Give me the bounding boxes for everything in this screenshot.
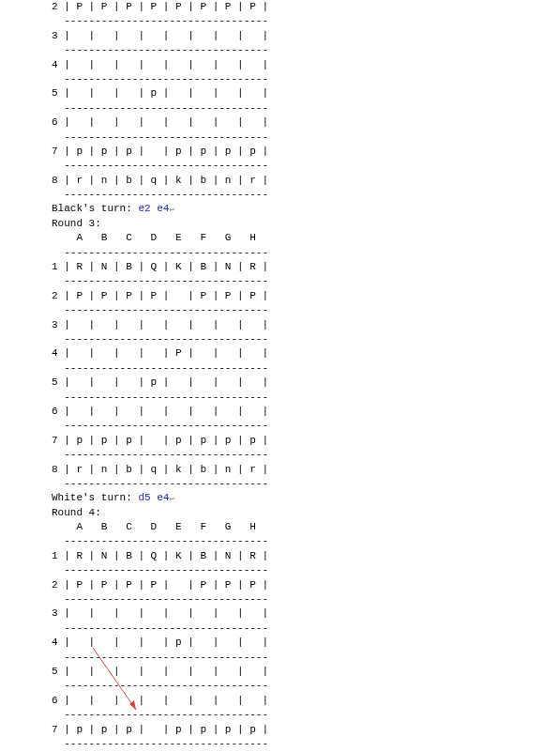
board-divider: --------------------------------- (52, 477, 522, 491)
turn-label: Black's turn: (52, 203, 138, 214)
board-divider: --------------------------------- (52, 651, 522, 665)
board-row: 8 | r | n | b | q | k | b | n | r | (52, 174, 522, 188)
board-divider: --------------------------------- (52, 419, 522, 433)
board-divider: --------------------------------- (52, 14, 522, 28)
move-notation: d5 e4 (138, 492, 169, 503)
board-divider: --------------------------------- (52, 72, 522, 86)
board-divider: --------------------------------- (52, 737, 522, 751)
board-divider: --------------------------------- (52, 708, 522, 722)
board-divider: --------------------------------- (52, 274, 522, 288)
turn-line: Black's turn: e2 e4↵ (52, 202, 522, 216)
return-symbol: ↵ (169, 205, 174, 214)
board-row: 6 | | | | | | | | | (52, 694, 522, 708)
board-divider: --------------------------------- (52, 679, 522, 693)
game-log: 2 | P | P | P | P | P | P | P | P | ----… (38, 0, 522, 752)
board-divider: --------------------------------- (52, 130, 522, 145)
board-row: 6 | | | | | | | | | (52, 115, 522, 130)
board-row: 2 | P | P | P | P | P | P | P | P | (52, 0, 522, 14)
board-row: 3 | | | | | | | | | (52, 606, 522, 621)
board-divider: --------------------------------- (52, 448, 522, 462)
move-notation: e2 e4 (138, 203, 169, 214)
board-row: 5 | | | | p | | | | | (52, 86, 522, 100)
return-symbol: ↵ (169, 494, 174, 503)
board-row: 4 | | | | | | | | | (52, 58, 522, 72)
page: 2 | P | P | P | P | P | P | P | P | ----… (0, 0, 560, 752)
board-divider: --------------------------------- (52, 101, 522, 115)
board-row: 3 | | | | | | | | | (52, 29, 522, 43)
board-divider: --------------------------------- (52, 43, 522, 57)
board-row: 2 | P | P | P | P | | P | P | P | (52, 578, 522, 592)
board-row: 4 | | | | | p | | | | (52, 636, 522, 650)
board-divider: --------------------------------- (52, 303, 522, 317)
round-label: Round 4: (52, 506, 522, 520)
board-divider: --------------------------------- (52, 563, 522, 577)
board-divider: --------------------------------- (52, 246, 522, 260)
board-divider: --------------------------------- (52, 534, 522, 548)
board-divider: --------------------------------- (52, 188, 522, 202)
board-divider: --------------------------------- (52, 159, 522, 173)
board-header: A B C D E F G H (52, 520, 522, 534)
board-row: 3 | | | | | | | | | (52, 318, 522, 332)
board-row: 5 | | | | | | | | | (52, 665, 522, 679)
board-row: 5 | | | | p | | | | | (52, 376, 522, 390)
board-row: 8 | r | n | b | q | k | b | n | r | (52, 463, 522, 477)
board-header: A B C D E F G H (52, 231, 522, 245)
board-divider: --------------------------------- (52, 592, 522, 606)
board-row: 7 | p | p | p | | p | p | p | p | (52, 145, 522, 159)
board-divider: --------------------------------- (52, 332, 522, 346)
board-divider: --------------------------------- (52, 391, 522, 405)
round-label: Round 3: (52, 217, 522, 231)
turn-line: White's turn: d5 e4↵ (52, 491, 522, 505)
board-row: 4 | | | | | P | | | | (52, 346, 522, 361)
board-row: 1 | R | N | B | Q | K | B | N | R | (52, 549, 522, 563)
board-row: 1 | R | N | B | Q | K | B | N | R | (52, 260, 522, 274)
board-row: 7 | p | p | p | | p | p | p | p | (52, 434, 522, 448)
board-divider: --------------------------------- (52, 622, 522, 636)
turn-label: White's turn: (52, 492, 138, 503)
board-row: 2 | P | P | P | P | | P | P | P | (52, 289, 522, 303)
board-divider: --------------------------------- (52, 361, 522, 376)
board-row: 6 | | | | | | | | | (52, 405, 522, 419)
board-row: 7 | p | p | p | | p | p | p | p | (52, 723, 522, 737)
